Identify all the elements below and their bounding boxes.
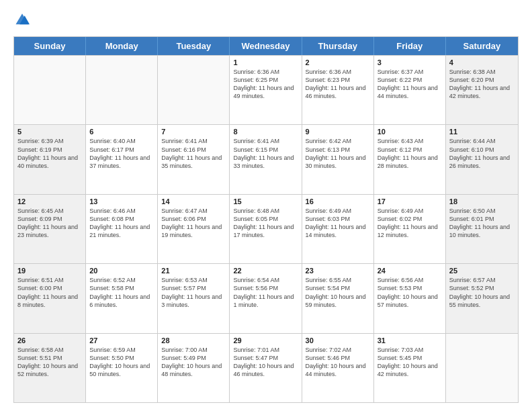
cal-cell: 17Sunrise: 6:49 AM Sunset: 6:02 PM Dayli… <box>374 195 446 263</box>
cal-cell: 9Sunrise: 6:42 AM Sunset: 6:13 PM Daylig… <box>302 125 374 193</box>
day-number: 23 <box>306 267 370 275</box>
cal-cell: 16Sunrise: 6:49 AM Sunset: 6:03 PM Dayli… <box>302 195 374 263</box>
cal-cell: 8Sunrise: 6:41 AM Sunset: 6:15 PM Daylig… <box>230 125 302 193</box>
day-number: 1 <box>233 58 298 66</box>
cal-cell: 29Sunrise: 7:01 AM Sunset: 5:47 PM Dayli… <box>230 334 302 402</box>
day-number: 29 <box>233 336 298 345</box>
cal-cell: 11Sunrise: 6:44 AM Sunset: 6:10 PM Dayli… <box>446 125 518 193</box>
cal-cell: 7Sunrise: 6:41 AM Sunset: 6:16 PM Daylig… <box>158 125 230 193</box>
cal-cell: 25Sunrise: 6:57 AM Sunset: 5:52 PM Dayli… <box>446 264 518 332</box>
day-info: Sunrise: 6:37 AM Sunset: 6:22 PM Dayligh… <box>378 68 442 101</box>
day-number: 6 <box>89 128 154 136</box>
day-info: Sunrise: 7:02 AM Sunset: 5:46 PM Dayligh… <box>306 346 370 379</box>
logo <box>13 12 32 30</box>
day-info: Sunrise: 6:39 AM Sunset: 6:19 PM Dayligh… <box>17 137 82 170</box>
calendar: SundayMondayTuesdayWednesdayThursdayFrid… <box>13 36 519 403</box>
cal-cell: 6Sunrise: 6:40 AM Sunset: 6:17 PM Daylig… <box>86 125 158 193</box>
cal-cell: 27Sunrise: 6:59 AM Sunset: 5:50 PM Dayli… <box>86 334 158 402</box>
day-info: Sunrise: 6:46 AM Sunset: 6:08 PM Dayligh… <box>89 207 154 240</box>
cal-cell <box>86 56 158 124</box>
day-number: 4 <box>449 58 515 66</box>
day-number: 22 <box>233 267 298 275</box>
day-info: Sunrise: 6:40 AM Sunset: 6:17 PM Dayligh… <box>89 137 154 170</box>
cal-cell: 18Sunrise: 6:50 AM Sunset: 6:01 PM Dayli… <box>446 195 518 263</box>
day-info: Sunrise: 6:55 AM Sunset: 5:54 PM Dayligh… <box>306 276 370 309</box>
day-number: 31 <box>378 336 442 345</box>
day-info: Sunrise: 7:01 AM Sunset: 5:47 PM Dayligh… <box>233 346 298 379</box>
day-number: 5 <box>17 128 82 136</box>
cal-week-2: 5Sunrise: 6:39 AM Sunset: 6:19 PM Daylig… <box>14 124 518 193</box>
day-info: Sunrise: 6:49 AM Sunset: 6:02 PM Dayligh… <box>378 207 442 240</box>
day-info: Sunrise: 6:41 AM Sunset: 6:16 PM Dayligh… <box>161 137 226 170</box>
day-number: 27 <box>89 336 154 345</box>
cal-week-3: 12Sunrise: 6:45 AM Sunset: 6:09 PM Dayli… <box>14 194 518 263</box>
day-number: 11 <box>449 128 515 136</box>
day-info: Sunrise: 6:47 AM Sunset: 6:06 PM Dayligh… <box>161 207 226 240</box>
cal-cell: 30Sunrise: 7:02 AM Sunset: 5:46 PM Dayli… <box>302 334 374 402</box>
cal-cell <box>446 334 518 402</box>
cal-week-4: 19Sunrise: 6:51 AM Sunset: 6:00 PM Dayli… <box>14 263 518 332</box>
day-info: Sunrise: 7:03 AM Sunset: 5:45 PM Dayligh… <box>378 346 442 379</box>
day-number: 16 <box>306 197 370 205</box>
day-number: 28 <box>161 336 226 345</box>
day-number: 7 <box>161 128 226 136</box>
day-info: Sunrise: 6:48 AM Sunset: 6:05 PM Dayligh… <box>233 207 298 240</box>
day-info: Sunrise: 6:38 AM Sunset: 6:20 PM Dayligh… <box>449 68 515 101</box>
day-number: 21 <box>161 267 226 275</box>
day-info: Sunrise: 6:49 AM Sunset: 6:03 PM Dayligh… <box>306 207 370 240</box>
cal-header-tuesday: Tuesday <box>158 37 230 55</box>
day-info: Sunrise: 6:54 AM Sunset: 5:56 PM Dayligh… <box>233 276 298 309</box>
day-number: 12 <box>17 197 82 205</box>
cal-cell <box>14 56 86 124</box>
day-number: 13 <box>89 197 154 205</box>
header <box>13 12 519 30</box>
cal-cell: 10Sunrise: 6:43 AM Sunset: 6:12 PM Dayli… <box>374 125 446 193</box>
page: SundayMondayTuesdayWednesdayThursdayFrid… <box>0 0 532 411</box>
cal-cell: 3Sunrise: 6:37 AM Sunset: 6:22 PM Daylig… <box>374 56 446 124</box>
cal-header-saturday: Saturday <box>446 37 518 55</box>
cal-cell: 19Sunrise: 6:51 AM Sunset: 6:00 PM Dayli… <box>14 264 86 332</box>
day-number: 24 <box>378 267 442 275</box>
day-info: Sunrise: 6:45 AM Sunset: 6:09 PM Dayligh… <box>17 207 82 240</box>
cal-cell: 12Sunrise: 6:45 AM Sunset: 6:09 PM Dayli… <box>14 195 86 263</box>
cal-cell: 28Sunrise: 7:00 AM Sunset: 5:49 PM Dayli… <box>158 334 230 402</box>
day-info: Sunrise: 6:57 AM Sunset: 5:52 PM Dayligh… <box>449 276 515 309</box>
day-number: 20 <box>89 267 154 275</box>
day-info: Sunrise: 6:52 AM Sunset: 5:58 PM Dayligh… <box>89 276 154 309</box>
day-number: 17 <box>378 197 442 205</box>
cal-cell: 21Sunrise: 6:53 AM Sunset: 5:57 PM Dayli… <box>158 264 230 332</box>
day-number: 19 <box>17 267 82 275</box>
cal-header-sunday: Sunday <box>14 37 86 55</box>
day-number: 8 <box>233 128 298 136</box>
day-number: 14 <box>161 197 226 205</box>
cal-header-wednesday: Wednesday <box>230 37 302 55</box>
day-number: 15 <box>233 197 298 205</box>
cal-cell: 5Sunrise: 6:39 AM Sunset: 6:19 PM Daylig… <box>14 125 86 193</box>
day-info: Sunrise: 6:42 AM Sunset: 6:13 PM Dayligh… <box>306 137 370 170</box>
day-info: Sunrise: 6:43 AM Sunset: 6:12 PM Dayligh… <box>378 137 442 170</box>
cal-header-friday: Friday <box>374 37 446 55</box>
day-info: Sunrise: 6:56 AM Sunset: 5:53 PM Dayligh… <box>378 276 442 309</box>
cal-cell: 23Sunrise: 6:55 AM Sunset: 5:54 PM Dayli… <box>302 264 374 332</box>
cal-cell: 26Sunrise: 6:58 AM Sunset: 5:51 PM Dayli… <box>14 334 86 402</box>
day-info: Sunrise: 6:51 AM Sunset: 6:00 PM Dayligh… <box>17 276 82 309</box>
cal-cell: 4Sunrise: 6:38 AM Sunset: 6:20 PM Daylig… <box>446 56 518 124</box>
logo-icon <box>15 12 30 27</box>
day-info: Sunrise: 6:36 AM Sunset: 6:25 PM Dayligh… <box>233 68 298 101</box>
day-info: Sunrise: 6:50 AM Sunset: 6:01 PM Dayligh… <box>449 207 515 240</box>
cal-week-1: 1Sunrise: 6:36 AM Sunset: 6:25 PM Daylig… <box>14 55 518 124</box>
day-number: 30 <box>306 336 370 345</box>
day-info: Sunrise: 6:59 AM Sunset: 5:50 PM Dayligh… <box>89 346 154 379</box>
day-number: 18 <box>449 197 515 205</box>
day-info: Sunrise: 6:53 AM Sunset: 5:57 PM Dayligh… <box>161 276 226 309</box>
day-info: Sunrise: 6:58 AM Sunset: 5:51 PM Dayligh… <box>17 346 82 379</box>
cal-week-5: 26Sunrise: 6:58 AM Sunset: 5:51 PM Dayli… <box>14 333 518 402</box>
cal-cell: 24Sunrise: 6:56 AM Sunset: 5:53 PM Dayli… <box>374 264 446 332</box>
cal-header-thursday: Thursday <box>302 37 374 55</box>
day-info: Sunrise: 6:44 AM Sunset: 6:10 PM Dayligh… <box>449 137 515 170</box>
cal-cell: 22Sunrise: 6:54 AM Sunset: 5:56 PM Dayli… <box>230 264 302 332</box>
cal-cell: 20Sunrise: 6:52 AM Sunset: 5:58 PM Dayli… <box>86 264 158 332</box>
day-number: 2 <box>306 58 370 66</box>
day-number: 25 <box>449 267 515 275</box>
cal-header-monday: Monday <box>86 37 158 55</box>
